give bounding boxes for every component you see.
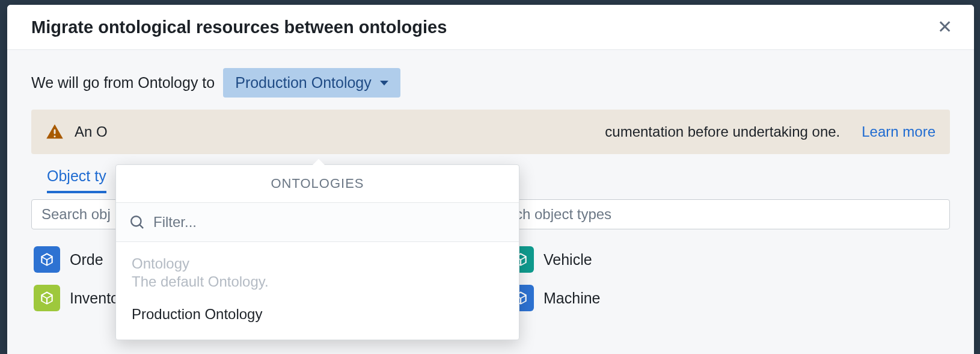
warning-icon xyxy=(46,123,64,141)
dropdown-option-subtitle: The default Ontology. xyxy=(132,273,503,290)
list-item-label: Orde xyxy=(70,251,103,269)
target-search-input[interactable] xyxy=(505,199,950,229)
cube-icon xyxy=(34,285,60,311)
direction-prefix: We will go from Ontology to xyxy=(31,74,215,92)
list-item[interactable]: Vehicle xyxy=(505,240,950,279)
target-column: Vehicle Machine xyxy=(505,199,950,317)
warning-text-left: An O xyxy=(75,123,108,140)
modal-title: Migrate ontological resources between on… xyxy=(31,17,447,37)
dropdown-option-default: Ontology The default Ontology. xyxy=(116,250,519,295)
modal-header: Migrate ontological resources between on… xyxy=(7,5,974,50)
dropdown-list: Ontology The default Ontology. Productio… xyxy=(116,242,519,340)
warning-text-right: cumentation before undertaking one. xyxy=(605,123,840,140)
caret-down-icon xyxy=(380,81,388,85)
ontology-dropdown: ONTOLOGIES Ontology The default Ontology… xyxy=(115,164,519,340)
list-item-label: Vehicle xyxy=(544,251,592,269)
modal-body: We will go from Ontology to Production O… xyxy=(7,50,974,354)
learn-more-link[interactable]: Learn more xyxy=(862,123,936,140)
list-item[interactable]: Machine xyxy=(505,279,950,317)
direction-line: We will go from Ontology to Production O… xyxy=(31,68,950,98)
dropdown-option-title: Production Ontology xyxy=(132,306,503,323)
target-ontology-select[interactable]: Production Ontology xyxy=(223,68,400,98)
dropdown-option-title: Ontology xyxy=(132,255,503,272)
search-icon xyxy=(129,214,145,230)
dropdown-filter-input[interactable] xyxy=(153,214,506,231)
target-ontology-label: Production Ontology xyxy=(235,74,372,92)
close-icon[interactable]: ✕ xyxy=(933,16,957,39)
migrate-modal: Migrate ontological resources between on… xyxy=(7,5,974,354)
warning-banner: An O cumentation before undertaking one.… xyxy=(31,110,950,154)
dropdown-filter-row xyxy=(116,202,519,242)
cube-icon xyxy=(34,246,60,273)
dropdown-heading: ONTOLOGIES xyxy=(116,165,519,202)
tab-object-types[interactable]: Object ty xyxy=(47,167,106,193)
dropdown-option-production[interactable]: Production Ontology xyxy=(116,301,519,328)
list-item-label: Machine xyxy=(544,290,601,307)
